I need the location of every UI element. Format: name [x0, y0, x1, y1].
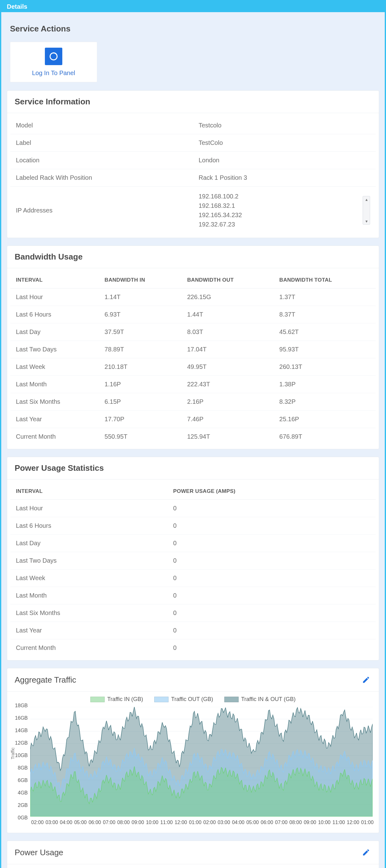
table-row: Last Hour 0: [10, 500, 376, 517]
cell-power-value: 0: [168, 535, 376, 552]
legend-traffic-in: Traffic IN (GB): [107, 696, 143, 702]
caret-down-icon[interactable]: ▾: [363, 219, 370, 223]
service-information-heading: Service Information: [7, 91, 379, 113]
aggregate-traffic-card: Aggregate Traffic Traffic IN (GB) Traffi…: [7, 668, 379, 833]
table-row: Last Week 0: [10, 569, 376, 587]
table-row: Last Six Months 0: [10, 604, 376, 622]
table-row: Last Two Days 78.89T 17.04T 95.93T: [10, 341, 376, 358]
cell-bandwidth-in: 17.70P: [99, 411, 182, 428]
cell-interval: Last Week: [10, 358, 99, 376]
cell-interval: Last Month: [10, 376, 99, 393]
info-label: Labeled Rack With Position: [10, 169, 193, 187]
cell-bandwidth-out: 7.46P: [182, 411, 274, 428]
cell-power-value: 0: [168, 604, 376, 622]
y-tick: 10GB: [15, 753, 28, 758]
y-tick: 14GB: [15, 728, 28, 734]
x-tick: 10:00: [145, 820, 159, 825]
x-tick: 04:00: [231, 820, 246, 825]
cell-bandwidth-total: 1.37T: [274, 288, 376, 306]
window-title: Details: [7, 3, 27, 10]
cell-power-value: 0: [168, 517, 376, 535]
y-tick: 6GB: [18, 778, 28, 783]
x-tick: 11:00: [331, 820, 346, 825]
cell-bandwidth-out: 8.03T: [182, 323, 274, 341]
cell-bandwidth-total: 676.89T: [274, 428, 376, 445]
login-to-panel-tile[interactable]: Log In To Panel: [10, 42, 97, 82]
aggregate-traffic-chart: Traffic 0GB2GB4GB6GB8GB10GB12GB14GB16GB1…: [11, 706, 375, 818]
cell-bandwidth-in: 6.93T: [99, 306, 182, 323]
aggregate-traffic-legend: Traffic IN (GB) Traffic OUT (GB) Traffic…: [11, 696, 375, 703]
cell-interval: Current Month: [10, 428, 99, 445]
cell-interval: Last Year: [10, 411, 99, 428]
cell-interval: Last Hour: [10, 500, 168, 517]
cell-bandwidth-out: 49.95T: [182, 358, 274, 376]
cell-bandwidth-out: 125.94T: [182, 428, 274, 445]
y-tick: 2GB: [18, 803, 28, 808]
legend-traffic-out: Traffic OUT (GB): [171, 696, 213, 702]
cell-bandwidth-in: 550.95T: [99, 428, 182, 445]
table-row: Last 6 Hours 0: [10, 517, 376, 535]
edit-aggregate-traffic-button[interactable]: [361, 675, 372, 685]
x-tick: 05:00: [246, 820, 260, 825]
y-tick: 18GB: [15, 703, 28, 709]
cell-power-value: 0: [168, 587, 376, 604]
cell-interval: Last Month: [10, 587, 168, 604]
x-tick: 01:00: [188, 820, 202, 825]
x-tick: 05:00: [73, 820, 88, 825]
cell-interval: Last Day: [10, 323, 99, 341]
column-header: INTERVAL: [10, 272, 99, 288]
cell-interval: Last Hour: [10, 288, 99, 306]
ip-address: 192.32.67.23: [199, 220, 242, 229]
info-label: Location: [10, 152, 193, 169]
cell-bandwidth-in: 78.89T: [99, 341, 182, 358]
table-row: Last Year 17.70P 7.46P 25.16P: [10, 411, 376, 428]
table-row: Last Week 210.18T 49.95T 260.13T: [10, 358, 376, 376]
caret-up-icon[interactable]: ▴: [363, 197, 370, 202]
y-tick: 0GB: [18, 815, 28, 820]
cell-interval: Last Six Months: [10, 604, 168, 622]
column-header: POWER USAGE (AMPS): [168, 483, 376, 500]
aggregate-traffic-heading: Aggregate Traffic: [14, 675, 76, 685]
cell-power-value: 0: [168, 552, 376, 569]
info-value: London: [193, 152, 376, 169]
x-tick: 09:00: [303, 820, 317, 825]
info-row: Labeled Rack With PositionRack 1 Positio…: [10, 169, 376, 187]
legend-traffic-total: Traffic IN & OUT (GB): [241, 696, 296, 702]
y-tick: 4GB: [18, 790, 28, 796]
x-tick: 01:00: [360, 820, 375, 825]
cell-bandwidth-out: 17.04T: [182, 341, 274, 358]
window-titlebar: Details: [1, 1, 385, 12]
x-tick: 08:00: [116, 820, 131, 825]
x-tick: 06:00: [260, 820, 274, 825]
x-tick: 07:00: [102, 820, 116, 825]
x-tick: 11:00: [159, 820, 173, 825]
info-label: IP Addresses: [10, 187, 193, 234]
edit-power-usage-button[interactable]: [361, 847, 372, 858]
info-row: LocationLondon: [10, 152, 376, 169]
login-to-panel-label[interactable]: Log In To Panel: [32, 69, 75, 76]
cell-interval: Current Month: [10, 639, 168, 657]
info-row: LabelTestColo: [10, 134, 376, 152]
info-row-ip: IP Addresses 192.168.100.2192.168.32.119…: [10, 187, 376, 234]
bandwidth-table: INTERVALBANDWIDTH INBANDWIDTH OUTBANDWID…: [10, 272, 376, 445]
cell-interval: Last Two Days: [10, 552, 168, 569]
x-tick: 12:00: [346, 820, 360, 825]
power-usage-stats-card: Power Usage Statistics INTERVALPOWER USA…: [7, 457, 379, 660]
cell-bandwidth-in: 1.14T: [99, 288, 182, 306]
info-value: Testcolo: [193, 117, 376, 134]
cell-bandwidth-total: 8.37T: [274, 306, 376, 323]
cell-power-value: 0: [168, 639, 376, 657]
cell-bandwidth-total: 260.13T: [274, 358, 376, 376]
ip-scrollbar[interactable]: ▴▾: [363, 196, 370, 225]
panel-logo-icon: [45, 48, 62, 65]
cell-interval: Last Year: [10, 622, 168, 639]
table-row: Last Two Days 0: [10, 552, 376, 569]
cell-interval: Last 6 Hours: [10, 306, 99, 323]
table-row: Last Day 0: [10, 535, 376, 552]
table-row: Current Month 0: [10, 639, 376, 657]
cell-power-value: 0: [168, 500, 376, 517]
table-row: Last Day 37.59T 8.03T 45.62T: [10, 323, 376, 341]
x-tick: 04:00: [59, 820, 73, 825]
bandwidth-usage-heading: Bandwidth Usage: [7, 246, 379, 268]
service-info-table: ModelTestcoloLabelTestColoLocationLondon…: [10, 117, 376, 234]
